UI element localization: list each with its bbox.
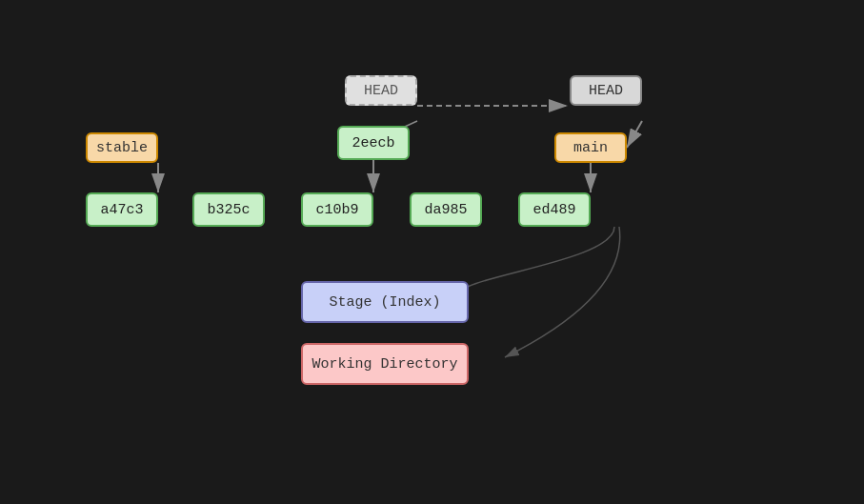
node-commit-da985: da985 (410, 192, 482, 227)
node-branch-main: main (554, 132, 627, 163)
2eecb-label: 2eecb (352, 135, 394, 151)
arrow-ed489-working (505, 227, 620, 357)
node-commit-c10b9: c10b9 (301, 192, 373, 227)
node-head-detached: HEAD (345, 75, 417, 106)
node-branch-stable: stable (86, 132, 158, 163)
ed489-label: ed489 (532, 202, 575, 218)
stable-label: stable (96, 140, 148, 156)
node-commit-2eecb: 2eecb (337, 126, 410, 160)
diagram-svg (0, 0, 864, 504)
a47c3-label: a47c3 (100, 202, 143, 218)
node-commit-ed489: ed489 (518, 192, 591, 227)
node-head-main: HEAD (570, 75, 642, 106)
main-label: main (573, 140, 608, 156)
arrow-head-main (627, 121, 642, 148)
working-label: Working Directory (311, 356, 457, 373)
head-detached-label: HEAD (364, 83, 398, 99)
node-commit-b325c: b325c (192, 192, 265, 227)
arrow-ed489-stage (457, 227, 614, 295)
node-commit-a47c3: a47c3 (86, 192, 158, 227)
node-stage: Stage (Index) (301, 281, 469, 323)
head-main-label: HEAD (589, 83, 623, 99)
da985-label: da985 (424, 202, 467, 218)
c10b9-label: c10b9 (315, 202, 358, 218)
node-working-directory: Working Directory (301, 343, 469, 385)
diagram-container: HEAD HEAD stable main 2eecb a47c3 b325c … (0, 0, 864, 504)
b325c-label: b325c (207, 202, 250, 218)
stage-label: Stage (Index) (329, 294, 440, 311)
